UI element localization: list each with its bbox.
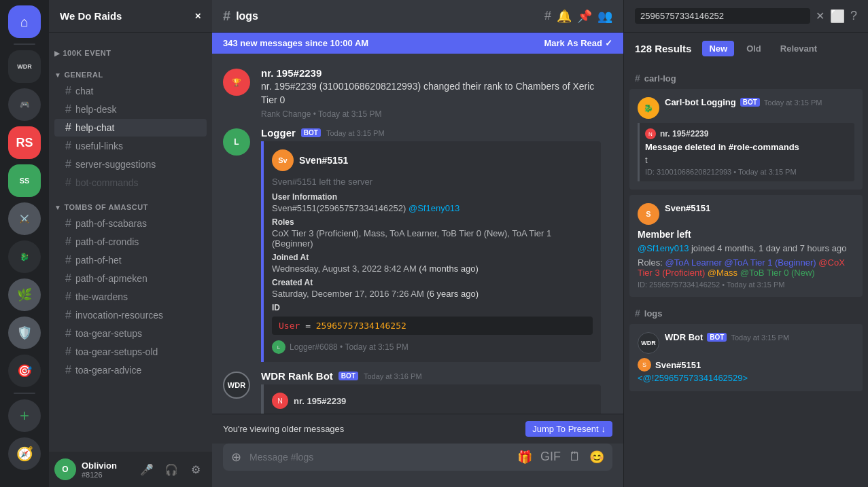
role-mass: @Mass [708, 268, 740, 278]
server-name: We Do Raids [60, 10, 122, 22]
server-icon-9[interactable]: 🎯 [8, 355, 41, 387]
category-general[interactable]: ▼ GENERAL [49, 60, 212, 82]
search-results-header: 128 Results New Old Relevant [624, 33, 868, 62]
server-icon-3[interactable]: RS [8, 126, 41, 159]
message-content-wdrbot: WDR Rank Bot BOT Today at 3:16 PM N nr. … [261, 370, 612, 414]
channel-item-invocation[interactable]: # invocation-resources [54, 306, 207, 324]
channel-item-scabaras[interactable]: # path-of-scabaras [54, 215, 207, 232]
pin-icon[interactable]: 📌 [577, 9, 592, 24]
server-sidebar: ⌂ WDR 🎮 RS SS ⚔️ 🐉 🌿 🛡️ 🎯 + 🧭 [0, 0, 49, 487]
channel-item-crondis[interactable]: # path-of-crondis [54, 233, 207, 251]
channel-item-chat[interactable]: # chat [54, 82, 207, 100]
channel-item-server-suggestions[interactable]: # server-suggestions [54, 156, 207, 173]
channel-header: # logs # 🔔 📌 👥 [212, 0, 623, 33]
member-left-id: ID: 25965757334146252 • Today at 3:15 PM [638, 281, 854, 289]
channel-name-apmeken: path-of-apmeken [75, 273, 147, 284]
member-left-title: Member left [638, 229, 854, 240]
channel-item-toa-gear[interactable]: # toa-gear-setups [54, 325, 207, 342]
deafen-button[interactable]: 🎧 [160, 458, 182, 480]
embed-field-joined: Joined At Wednesday, August 3, 2022 8:42… [272, 253, 593, 274]
channel-name-scabaras: path-of-scabaras [75, 218, 147, 229]
category-toa[interactable]: ▼ TOMBS OF AMASCUT [49, 192, 212, 214]
embed-id-box: User = 25965757334146252 [272, 317, 593, 335]
channel-item-useful-links[interactable]: # useful-links [54, 137, 207, 155]
bell-icon[interactable]: 🔔 [557, 9, 572, 24]
hash-icon-8: # [65, 236, 71, 248]
bot-badge-carlbot: BOT [740, 98, 760, 107]
help-icon[interactable]: ? [850, 9, 857, 23]
server-icon-2[interactable]: 🎮 [8, 88, 41, 121]
search-clear-icon[interactable]: ✕ [816, 10, 824, 22]
channel-list: ▶ 100K EVENT ▼ GENERAL # chat # help-des… [49, 33, 212, 452]
server-icon-8[interactable]: 🛡️ [8, 317, 41, 349]
wdrbot-result-timestamp: Today at 3:15 PM [731, 333, 789, 342]
channel-name-invocation: invocation-resources [75, 310, 163, 321]
hash-icon-12: # [65, 309, 71, 321]
channel-sidebar: We Do Raids ✕ ▶ 100K EVENT ▼ GENERAL # c… [49, 0, 212, 487]
embed-fieldval-joined: Wednesday, August 3, 2022 8:42 AM (4 mon… [272, 264, 593, 274]
server-icon-5[interactable]: ⚔️ [8, 202, 41, 235]
hash-icon-4: # [65, 140, 71, 152]
channel-item-toa-gear-advice[interactable]: # toa-gear-advice [54, 361, 207, 379]
hash-icon-5: # [65, 158, 71, 170]
channel-item-help-desk[interactable]: # help-desk [54, 101, 207, 118]
mention-link[interactable]: @Sf1eny013 [409, 203, 459, 213]
hash-icon-13: # [65, 327, 71, 340]
channel-name-crondis: path-of-crondis [75, 236, 139, 247]
members-icon[interactable]: 👥 [597, 9, 612, 24]
server-icon-wdr[interactable]: WDR [8, 50, 41, 83]
gift-icon[interactable]: 🎁 [515, 444, 535, 470]
embed-user-name: Sven#5151 [299, 155, 348, 166]
mark-as-read-label: Mark As Read [544, 38, 603, 48]
channel-name-helpdesk: help-desk [75, 104, 117, 115]
add-server-icon[interactable]: + [8, 399, 41, 432]
gif-icon[interactable]: GIF [538, 444, 563, 470]
channel-name-chat: chat [75, 86, 93, 96]
older-messages-bar: You're viewing older messages Jump To Pr… [212, 414, 623, 444]
member-roles-line: Roles: @ToA Learner @ToA Tier 1 (Beginne… [638, 257, 854, 278]
chevron-down-icon: ✕ [194, 12, 201, 21]
header-actions: # 🔔 📌 👥 [544, 9, 612, 24]
channel-item-wardens[interactable]: # the-wardens [54, 288, 207, 306]
carlbot-timestamp: Today at 3:15 PM [764, 98, 822, 107]
role-tob-tier0: @ToB Tier 0 (New) [740, 268, 815, 278]
settings-button[interactable]: ⚙ [185, 458, 207, 480]
filter-tab-relevant[interactable]: Relevant [774, 41, 824, 56]
add-file-icon[interactable]: ⊕ [228, 444, 244, 470]
search-input[interactable] [635, 8, 810, 24]
chevron-icon-3: ▼ [54, 204, 61, 211]
sticker-icon[interactable]: 🗒 [566, 444, 584, 470]
channel-header-name: logs [236, 10, 258, 22]
server-icon-4[interactable]: SS [8, 164, 41, 197]
server-icon-7[interactable]: 🌿 [8, 278, 41, 311]
filter-tab-new[interactable]: New [702, 41, 734, 56]
channel-item-apmeken[interactable]: # path-of-apmeken [54, 270, 207, 287]
user-controls: 🎤 🎧 ⚙ [136, 458, 207, 480]
channel-item-bot-commands[interactable]: # bot-commands [54, 174, 207, 192]
screen-icon[interactable]: ⬜ [830, 9, 845, 24]
message-input[interactable] [249, 444, 509, 471]
hash-icon-10: # [65, 272, 71, 285]
embed-fieldname-roles: Roles [272, 217, 593, 227]
mute-button[interactable]: 🎤 [136, 458, 158, 480]
channel-name-wardens: the-wardens [75, 291, 128, 302]
channel-item-toa-gear-old[interactable]: # toa-gear-setups-old [54, 343, 207, 361]
embed-fieldname-joined: Joined At [272, 253, 593, 262]
channel-item-het[interactable]: # path-of-het [54, 251, 207, 269]
filter-tab-old[interactable]: Old [740, 41, 768, 56]
channel-item-help-chat[interactable]: # help-chat [54, 119, 207, 137]
channel-name-het: path-of-het [75, 255, 122, 266]
explore-icon[interactable]: 🧭 [8, 437, 41, 470]
mark-as-read-button[interactable]: Mark As Read ✓ [544, 38, 613, 48]
hashtag-icon[interactable]: # [544, 9, 551, 23]
embed-field-userinfo: User Information Sven#5151(2596575733414… [272, 192, 593, 213]
emoji-icon[interactable]: 😊 [587, 444, 607, 470]
embed-footer-icon: L [272, 340, 285, 354]
home-icon[interactable]: ⌂ [8, 5, 41, 38]
server-icon-6[interactable]: 🐉 [8, 240, 41, 273]
jump-to-present-button[interactable]: Jump To Present ↓ [525, 421, 612, 437]
embed-field-created: Created At Saturday, December 17, 2016 7… [272, 278, 593, 299]
channel-name-toagear: toa-gear-setups [75, 328, 142, 339]
category-100k[interactable]: ▶ 100K EVENT [49, 38, 212, 60]
server-header[interactable]: We Do Raids ✕ [49, 0, 212, 33]
